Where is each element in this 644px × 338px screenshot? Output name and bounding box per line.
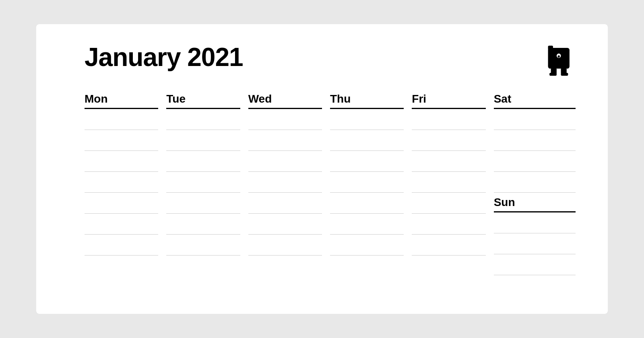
- day-row: [166, 109, 240, 130]
- day-row: [412, 151, 485, 172]
- day-row: [330, 193, 404, 214]
- header-row: January 2021: [85, 44, 576, 76]
- day-row: [85, 109, 158, 130]
- day-header-sat: Sat: [494, 93, 576, 109]
- svg-point-3: [558, 56, 560, 58]
- day-row: [248, 172, 322, 193]
- day-row: [166, 235, 240, 256]
- day-row: [85, 151, 158, 172]
- calendar-grid: Mon Tue Wed: [85, 93, 576, 298]
- column-mon: Mon: [85, 93, 166, 298]
- day-row: [412, 130, 485, 151]
- day-row: [494, 109, 576, 130]
- day-row: [494, 254, 576, 275]
- monster-icon: [543, 44, 576, 76]
- day-row: [330, 109, 404, 130]
- svg-rect-7: [561, 73, 568, 76]
- column-sat-sun: Sat Sun: [494, 93, 576, 298]
- svg-rect-1: [548, 46, 553, 50]
- day-header-wed: Wed: [248, 93, 322, 109]
- day-row: [166, 172, 240, 193]
- calendar-card: January 2021 Mon: [36, 24, 608, 314]
- day-row: [248, 130, 322, 151]
- day-row: [494, 151, 576, 172]
- day-row: [412, 193, 485, 214]
- day-row: [248, 193, 322, 214]
- svg-rect-0: [548, 48, 570, 69]
- day-row: [166, 151, 240, 172]
- day-row: [166, 130, 240, 151]
- day-row: [248, 214, 322, 235]
- day-row: [330, 130, 404, 151]
- day-row: [166, 214, 240, 235]
- day-row: [412, 109, 485, 130]
- column-tue: Tue: [166, 93, 248, 298]
- day-row: [85, 214, 158, 235]
- day-row: [412, 235, 485, 256]
- day-row: [412, 214, 485, 235]
- svg-rect-6: [549, 73, 557, 76]
- column-fri: Fri: [412, 93, 493, 298]
- day-row: [494, 130, 576, 151]
- month-title: January 2021: [85, 44, 243, 70]
- day-row: [330, 214, 404, 235]
- day-row: [330, 151, 404, 172]
- day-header-mon: Mon: [85, 93, 158, 109]
- day-row: [166, 193, 240, 214]
- column-wed: Wed: [248, 93, 330, 298]
- day-row: [248, 235, 322, 256]
- day-header-tue: Tue: [166, 93, 240, 109]
- day-row: [494, 212, 576, 233]
- day-row: [494, 172, 576, 193]
- day-header-fri: Fri: [412, 93, 485, 109]
- day-row: [85, 172, 158, 193]
- day-header-sun: Sun: [494, 196, 576, 212]
- day-row: [85, 130, 158, 151]
- day-row: [330, 235, 404, 256]
- day-row: [85, 193, 158, 214]
- day-header-thu: Thu: [330, 93, 404, 109]
- day-row: [412, 172, 485, 193]
- day-row: [494, 233, 576, 254]
- column-thu: Thu: [330, 93, 412, 298]
- day-row: [330, 172, 404, 193]
- day-row: [248, 151, 322, 172]
- day-row: [248, 109, 322, 130]
- day-row: [85, 235, 158, 256]
